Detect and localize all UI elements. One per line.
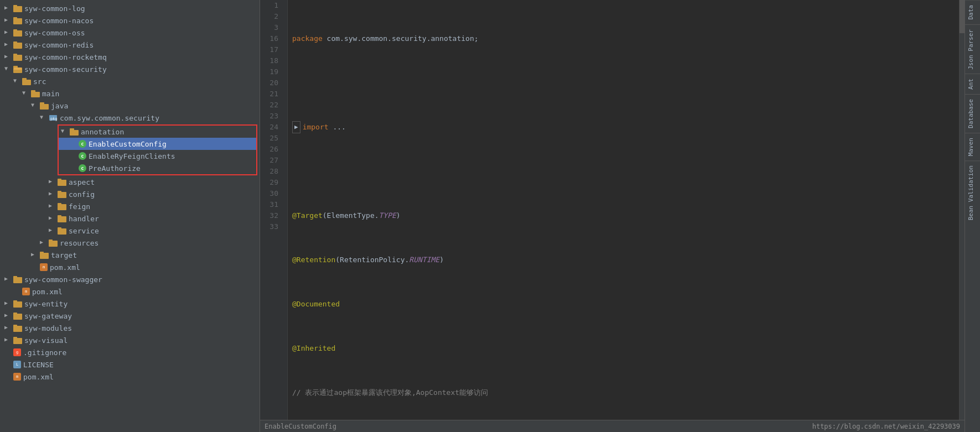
- arrow-icon: [4, 53, 12, 61]
- arrow-icon: [31, 263, 39, 271]
- tree-item-resources[interactable]: resources: [0, 237, 260, 249]
- tree-item-src[interactable]: src: [0, 75, 260, 87]
- svg-rect-46: [13, 337, 17, 339]
- code-line-2: [292, 77, 959, 89]
- arrow-icon: [4, 65, 12, 73]
- tree-label: syw-common-rocketmq: [24, 53, 107, 61]
- line-num: 27: [260, 155, 283, 166]
- tree-item-EnableRyFeignClients[interactable]: c EnableRyFeignClients: [59, 150, 256, 162]
- folder-icon: [58, 202, 66, 211]
- arrow-icon: [49, 202, 56, 210]
- folder-open-icon: [13, 65, 22, 74]
- arrow-icon: [70, 140, 77, 148]
- file-tree[interactable]: syw-common-log syw-common-nacos syw-comm…: [0, 0, 260, 432]
- code-editor: 1 2 3 16 17 18 19 20 21 22 23 24 25 26 2…: [260, 0, 965, 432]
- tab-json-parser[interactable]: Json Parser: [965, 24, 980, 74]
- line-num: 28: [260, 166, 283, 177]
- tree-item-handler[interactable]: handler: [0, 212, 260, 225]
- tree-item-syw-common-oss[interactable]: syw-common-oss: [0, 27, 260, 39]
- folder-icon: [13, 16, 22, 25]
- line-num: 18: [260, 55, 283, 66]
- tree-label: syw-entity: [24, 300, 68, 308]
- folder-icon: [58, 214, 66, 223]
- tree-item-syw-modules[interactable]: syw-modules: [0, 322, 260, 334]
- tab-data[interactable]: Data: [965, 0, 980, 24]
- tree-item-syw-common-security[interactable]: syw-common-security: [0, 63, 260, 75]
- xml-icon: m: [40, 263, 48, 271]
- tree-item-aspect[interactable]: aspect: [0, 176, 260, 188]
- arrow-icon: [4, 361, 12, 368]
- java-class-icon: c: [79, 164, 86, 172]
- line-num: 21: [260, 89, 283, 100]
- arrow-icon: [22, 90, 30, 97]
- svg-rect-36: [40, 252, 44, 254]
- arrow-icon: [49, 227, 56, 235]
- tree-label: EnableCustomConfig: [89, 140, 167, 148]
- tree-item-syw-common-swagger[interactable]: syw-common-swagger: [0, 273, 260, 285]
- tree-item-syw-entity[interactable]: syw-entity: [0, 298, 260, 310]
- scrollbar[interactable]: [959, 0, 965, 420]
- code-line-17: @Target (ElementType. TYPE ): [292, 210, 959, 221]
- tree-item-main[interactable]: main: [0, 87, 260, 100]
- tree-item-pom-security[interactable]: m pom.xml: [0, 261, 260, 273]
- tab-ant[interactable]: Ant: [965, 74, 980, 94]
- scrollbar-thumb[interactable]: [960, 0, 965, 33]
- line-numbers: 1 2 3 16 17 18 19 20 21 22 23 24 25 26 2…: [260, 0, 288, 420]
- status-bar: EnableCustomConfig https://blog.csdn.net…: [260, 420, 965, 432]
- line-num: 24: [260, 122, 283, 133]
- code-line-3: ▶ import ...: [292, 122, 959, 133]
- arrow-icon: [40, 114, 48, 122]
- svg-rect-34: [49, 240, 53, 242]
- code-line-1: package com.syw.common.security.annotati…: [292, 33, 959, 44]
- arrow-icon: [4, 300, 12, 308]
- arrow-icon: [4, 17, 12, 24]
- tree-item-syw-common-log[interactable]: syw-common-log: [0, 2, 260, 14]
- tree-label: syw-common-nacos: [24, 17, 94, 25]
- code-lines[interactable]: package com.syw.common.security.annotati…: [288, 0, 959, 420]
- line-num: 31: [260, 199, 283, 210]
- tree-label: syw-gateway: [24, 312, 72, 320]
- tree-item-EnableCustomConfig[interactable]: c EnableCustomConfig: [59, 138, 256, 150]
- tab-maven[interactable]: Maven: [965, 133, 980, 160]
- arrow-icon: [49, 190, 56, 198]
- tree-item-syw-visual[interactable]: syw-visual: [0, 334, 260, 346]
- arrow-icon: [4, 336, 12, 344]
- line-num: 3: [260, 22, 283, 33]
- tree-item-license[interactable]: L LICENSE: [0, 358, 260, 371]
- line-num: 30: [260, 188, 283, 199]
- tree-label: syw-common-redis: [24, 41, 94, 49]
- collapse-icon[interactable]: ▶: [292, 121, 300, 133]
- tree-item-pom-swagger[interactable]: m pom.xml: [0, 285, 260, 298]
- tab-bean-validation[interactable]: Bean Validation: [965, 160, 980, 225]
- line-num: 26: [260, 144, 283, 155]
- tree-item-target[interactable]: target: [0, 249, 260, 261]
- tree-item-config[interactable]: config: [0, 188, 260, 200]
- line-num: 25: [260, 133, 283, 144]
- tree-item-PreAuthorize[interactable]: c PreAuthorize: [59, 162, 256, 174]
- line-num: 32: [260, 210, 283, 221]
- tab-database[interactable]: Database: [965, 94, 980, 133]
- tree-item-java[interactable]: java: [0, 100, 260, 112]
- tree-item-feign[interactable]: feign: [0, 200, 260, 212]
- tree-label: config: [69, 190, 95, 199]
- tree-item-syw-common-nacos[interactable]: syw-common-nacos: [0, 14, 260, 27]
- tree-item-syw-gateway[interactable]: syw-gateway: [0, 310, 260, 322]
- svg-rect-14: [22, 78, 27, 81]
- tree-item-pom-root[interactable]: m pom.xml: [0, 371, 260, 383]
- tree-item-syw-common-rocketmq[interactable]: syw-common-rocketmq: [0, 51, 260, 63]
- svg-rect-1: [13, 5, 17, 7]
- tree-item-service[interactable]: service: [0, 225, 260, 237]
- java-class-icon: c: [79, 140, 86, 148]
- tree-item-annotation[interactable]: annotation: [59, 126, 256, 138]
- tree-item-package[interactable]: pkg com.syw.common.security: [0, 112, 260, 124]
- tree-item-gitignore[interactable]: g .gitignore: [0, 346, 260, 358]
- tree-label: syw-visual: [24, 336, 68, 345]
- line-num: 20: [260, 77, 283, 89]
- tree-label: service: [69, 227, 99, 235]
- svg-rect-16: [31, 90, 35, 93]
- tree-label: java: [51, 102, 68, 110]
- tree-label: com.syw.common.security: [60, 114, 159, 122]
- tree-item-syw-common-redis[interactable]: syw-common-redis: [0, 39, 260, 51]
- folder-icon: [58, 190, 66, 199]
- line-num: 2: [260, 11, 283, 22]
